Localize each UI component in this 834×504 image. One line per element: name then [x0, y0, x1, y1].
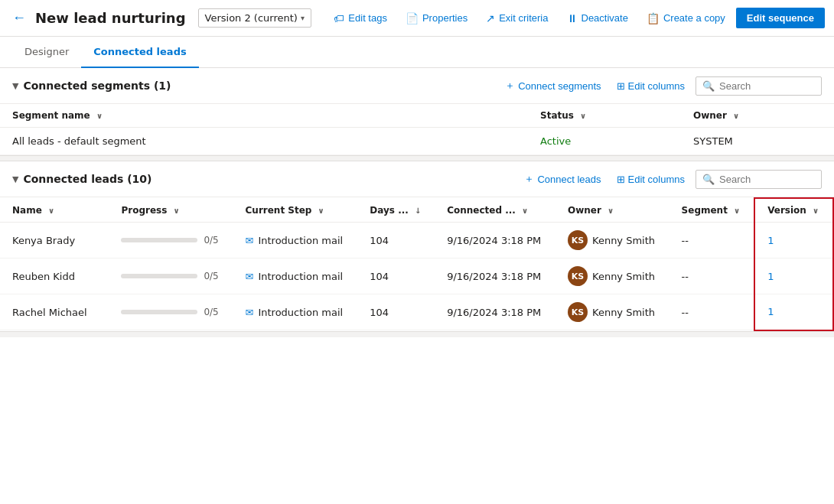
properties-label: Properties — [422, 12, 467, 24]
owner-cell: KS Kenny Smith — [555, 259, 669, 294]
create-copy-button[interactable]: 📋 Create a copy — [639, 8, 733, 28]
days-cell: 104 — [357, 294, 435, 330]
owner-cell: KS Kenny Smith — [555, 294, 669, 330]
col-current-step[interactable]: Current Step ∨ — [233, 198, 358, 223]
exit-criteria-label: Exit criteria — [499, 12, 548, 24]
back-button[interactable]: ← — [9, 7, 29, 29]
create-copy-label: Create a copy — [663, 12, 725, 24]
table-row: All leads - default segment Active SYSTE… — [0, 128, 834, 155]
edit-columns-leads-button[interactable]: ⊞ Edit columns — [612, 171, 689, 188]
owner-cell: SYSTEM — [681, 128, 834, 155]
collapse-leads-icon[interactable]: ▼ — [12, 174, 18, 184]
connect-leads-label: Connect leads — [537, 174, 601, 185]
segment-cell: -- — [669, 223, 755, 259]
connected-segments-header: ▼ Connected segments (1) ＋ Connect segme… — [0, 68, 834, 104]
col-name[interactable]: Name ∨ — [0, 198, 109, 223]
horizontal-scrollbar[interactable] — [0, 331, 834, 337]
search-icon: 🔍 — [702, 80, 715, 92]
leads-search-input[interactable] — [719, 174, 815, 185]
col-segment[interactable]: Segment ∨ — [669, 198, 755, 223]
connected-date-cell: 9/16/2024 3:18 PM — [435, 259, 555, 294]
connected-segments-section: ▼ Connected segments (1) ＋ Connect segme… — [0, 68, 834, 155]
exit-criteria-button[interactable]: ↗ Exit criteria — [478, 8, 555, 28]
owner-name: Kenny Smith — [592, 271, 655, 282]
version-cell: 1 — [754, 223, 833, 259]
connected-date-cell: 9/16/2024 3:18 PM — [435, 223, 555, 259]
edit-columns-leads-label: Edit columns — [628, 174, 685, 185]
sort-icon: ∨ — [96, 112, 103, 120]
col-version[interactable]: Version ∨ — [754, 198, 833, 223]
current-step-cell: ✉ Introduction mail — [233, 259, 358, 294]
leads-table-container: Name ∨ Progress ∨ Current Step ∨ Days ..… — [0, 197, 834, 331]
segments-search-box[interactable]: 🔍 — [696, 76, 822, 96]
tab-connected-leads[interactable]: Connected leads — [81, 37, 198, 68]
name-cell: Kenya Brady — [0, 223, 109, 259]
page-title: New lead nurturing — [35, 10, 186, 26]
connected-segments-title: Connected segments (1) — [23, 80, 500, 92]
sort-icon: ∨ — [734, 206, 740, 215]
sort-icon: ∨ — [580, 112, 586, 120]
table-row: Rachel Michael 0/5 ✉ Introduction mail 1… — [0, 294, 833, 330]
columns-icon: ⊞ — [617, 174, 625, 185]
sort-icon: ∨ — [48, 206, 54, 215]
edit-columns-segments-button[interactable]: ⊞ Edit columns — [612, 77, 689, 95]
version-cell: 1 — [754, 259, 833, 294]
progress-cell: 0/5 — [109, 294, 233, 330]
connected-leads-section: ▼ Connected leads (10) ＋ Connect leads ⊞… — [0, 161, 834, 331]
col-connected[interactable]: Connected ... ∨ — [435, 198, 555, 223]
mail-icon: ✉ — [246, 235, 254, 246]
sort-icon: ∨ — [318, 206, 324, 215]
leads-table: Name ∨ Progress ∨ Current Step ∨ Days ..… — [0, 197, 834, 331]
owner-name: Kenny Smith — [592, 235, 655, 246]
col-days[interactable]: Days ... ↓ — [357, 198, 435, 223]
col-owner[interactable]: Owner ∨ — [681, 104, 834, 128]
segment-cell: -- — [669, 259, 755, 294]
col-segment-name[interactable]: Segment name ∨ — [0, 104, 528, 128]
segments-table: Segment name ∨ Status ∨ Owner ∨ All lead… — [0, 104, 834, 155]
days-cell: 104 — [357, 259, 435, 294]
segments-table-container: Segment name ∨ Status ∨ Owner ∨ All lead… — [0, 104, 834, 155]
name-cell: Reuben Kidd — [0, 259, 109, 294]
edit-sequence-button[interactable]: Edit sequence — [736, 8, 825, 28]
plus-icon: ＋ — [505, 79, 515, 93]
top-bar: ← New lead nurturing Version 2 (current)… — [0, 0, 834, 37]
col-progress[interactable]: Progress ∨ — [109, 198, 233, 223]
version-selector[interactable]: Version 2 (current) ▾ — [198, 8, 311, 28]
connected-leads-title: Connected leads (10) — [23, 173, 520, 185]
properties-button[interactable]: 📄 Properties — [398, 8, 475, 28]
connect-segments-label: Connect segments — [518, 80, 601, 92]
name-cell: Rachel Michael — [0, 294, 109, 330]
version-cell: 1 — [754, 294, 833, 330]
avatar: KS — [568, 266, 588, 286]
segment-name-cell: All leads - default segment — [0, 128, 528, 155]
sort-icon: ∨ — [813, 206, 819, 215]
nav-tabs: Designer Connected leads — [0, 37, 834, 68]
segments-search-input[interactable] — [719, 80, 815, 92]
connect-segments-button[interactable]: ＋ Connect segments — [500, 76, 605, 96]
sort-icon: ∨ — [522, 206, 528, 215]
leads-search-box[interactable]: 🔍 — [696, 170, 822, 189]
deactivate-button[interactable]: ⏸ Deactivate — [559, 8, 636, 28]
mail-icon: ✉ — [246, 307, 254, 318]
sort-icon: ∨ — [608, 206, 614, 215]
progress-cell: 0/5 — [109, 223, 233, 259]
sort-icon: ∨ — [174, 206, 180, 215]
col-owner[interactable]: Owner ∨ — [555, 198, 669, 223]
progress-cell: 0/5 — [109, 259, 233, 294]
current-step-cell: ✉ Introduction mail — [233, 294, 358, 330]
section-divider — [0, 155, 834, 161]
avatar: KS — [568, 230, 588, 250]
connect-leads-button[interactable]: ＋ Connect leads — [520, 169, 605, 189]
plus-icon: ＋ — [524, 172, 534, 186]
pause-icon: ⏸ — [567, 12, 578, 24]
collapse-segments-icon[interactable]: ▼ — [12, 81, 18, 91]
col-status[interactable]: Status ∨ — [528, 104, 681, 128]
avatar: KS — [568, 302, 588, 322]
sort-icon: ∨ — [733, 112, 739, 120]
tab-designer[interactable]: Designer — [12, 37, 81, 68]
edit-tags-button[interactable]: 🏷 Edit tags — [326, 8, 395, 28]
edit-columns-segments-label: Edit columns — [628, 80, 685, 92]
exit-icon: ↗ — [486, 12, 495, 24]
version-label: Version 2 (current) — [205, 12, 298, 24]
search-icon: 🔍 — [702, 174, 715, 185]
